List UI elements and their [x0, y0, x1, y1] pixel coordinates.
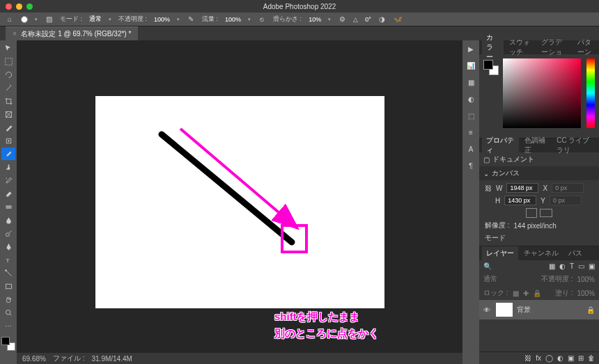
mode-label: モード: [485, 233, 506, 243]
document-canvas[interactable]: [95, 96, 384, 308]
tab-channels[interactable]: チャンネル: [520, 246, 563, 260]
fg-color-swatch[interactable]: [483, 60, 493, 70]
brush-tool[interactable]: [1, 148, 15, 160]
fill-value[interactable]: 100%: [577, 290, 595, 297]
layer-name[interactable]: 背景: [517, 305, 531, 315]
foreground-color-swatch[interactable]: [1, 337, 10, 345]
navigator-icon[interactable]: ▦: [465, 77, 476, 88]
brush-panel-icon[interactable]: ▨: [45, 15, 53, 24]
filter-adjust-icon[interactable]: ◐: [559, 262, 566, 270]
document-tab[interactable]: × 名称未設定 1 @ 69.7% (RGB/32*) *: [6, 26, 138, 41]
flow-value[interactable]: 100%: [225, 16, 241, 23]
resolution-value[interactable]: 144 pixel/inch: [514, 222, 557, 230]
landscape-icon[interactable]: [540, 209, 552, 217]
airbrush-icon[interactable]: ⎋: [258, 15, 266, 24]
smooth-options-icon[interactable]: ⚙: [338, 15, 346, 24]
tab-layers[interactable]: レイヤー: [482, 246, 518, 260]
group-icon[interactable]: ▣: [568, 354, 574, 362]
symmetry-icon[interactable]: 🦋: [394, 15, 402, 24]
chevron-down-icon[interactable]: ▾: [248, 17, 251, 22]
lock-pixels-icon[interactable]: ▦: [513, 290, 519, 297]
rectangle-tool[interactable]: [1, 280, 15, 292]
lasso-tool[interactable]: [1, 68, 15, 81]
character-icon[interactable]: A: [465, 143, 476, 155]
link-layers-icon[interactable]: ⛓: [524, 354, 531, 362]
smooth-value[interactable]: 10%: [309, 16, 321, 23]
marquee-tool[interactable]: [1, 55, 15, 68]
tab-paths[interactable]: パス: [564, 246, 586, 260]
crop-tool[interactable]: [1, 95, 15, 107]
lock-all-icon[interactable]: 🔒: [533, 290, 541, 297]
canvas-area[interactable]: shiftを押したまま 別のところに点をかく 69.68% ファイル : 31.…: [17, 40, 462, 364]
collapsed-panels: ▶ 📊 ▦ ◐ ⬚ ≡ A ¶: [462, 40, 479, 364]
move-tool[interactable]: [1, 42, 15, 54]
y-input[interactable]: 0 px: [550, 196, 582, 205]
pen-tool[interactable]: [1, 240, 15, 253]
adjustment-layer-icon[interactable]: ◐: [557, 354, 563, 362]
saturation-value-field[interactable]: [503, 58, 581, 128]
eraser-tool[interactable]: [1, 187, 15, 200]
visibility-icon[interactable]: 👁: [483, 306, 492, 314]
home-icon[interactable]: ⌂: [6, 15, 14, 24]
align-icon[interactable]: ≡: [465, 127, 476, 138]
minimize-window-button[interactable]: [16, 3, 22, 10]
height-input[interactable]: 1430 px: [504, 196, 536, 205]
filter-pixel-icon[interactable]: ▦: [549, 262, 555, 270]
styles-icon[interactable]: ⬚: [465, 110, 476, 121]
link-icon[interactable]: ⛓: [485, 184, 492, 192]
dodge-tool[interactable]: [1, 227, 15, 239]
stamp-tool[interactable]: [1, 161, 15, 173]
x-input[interactable]: 0 px: [552, 183, 584, 193]
paragraph-icon[interactable]: ¶: [465, 160, 476, 171]
layer-row[interactable]: 👁 背景 🔒: [479, 300, 599, 319]
zoom-level[interactable]: 69.68%: [22, 355, 46, 363]
maximize-window-button[interactable]: [26, 3, 33, 10]
close-tab-icon[interactable]: ×: [13, 30, 17, 38]
mode-value[interactable]: 通常: [89, 15, 102, 24]
histogram-icon[interactable]: 📊: [465, 60, 476, 71]
wand-tool[interactable]: [1, 81, 15, 94]
pressure-opacity-icon[interactable]: ✎: [187, 15, 195, 24]
type-tool[interactable]: T: [1, 253, 15, 266]
chevron-down-icon[interactable]: ▾: [177, 17, 180, 22]
color-swatches[interactable]: [1, 337, 15, 351]
adjustments-icon[interactable]: ◐: [465, 93, 476, 104]
fx-icon[interactable]: fx: [536, 354, 541, 362]
filter-icon[interactable]: 🔍: [483, 262, 492, 270]
blend-mode[interactable]: 通常: [483, 274, 497, 284]
delete-layer-icon[interactable]: 🗑: [588, 354, 595, 362]
new-layer-icon[interactable]: ⊞: [578, 354, 584, 362]
pressure-size-icon[interactable]: ◑: [378, 15, 387, 24]
edit-toolbar-icon[interactable]: ⋯: [1, 319, 15, 332]
blur-tool[interactable]: [1, 214, 15, 226]
close-window-button[interactable]: [6, 3, 12, 10]
layer-opacity-value[interactable]: 100%: [577, 276, 595, 283]
expand-arrow-icon[interactable]: ▶: [465, 43, 476, 54]
chevron-down-icon[interactable]: ▾: [328, 17, 331, 22]
patch-tool[interactable]: [1, 134, 15, 147]
hue-slider[interactable]: [586, 58, 595, 128]
hand-tool[interactable]: [1, 293, 15, 306]
chevron-down-icon[interactable]: ▾: [109, 17, 111, 22]
color-picker[interactable]: [479, 54, 599, 138]
angle-value[interactable]: 0°: [365, 16, 371, 23]
layer-thumbnail[interactable]: [496, 303, 513, 317]
lock-icon[interactable]: 🔒: [586, 306, 595, 314]
eyedropper-tool[interactable]: [1, 121, 15, 134]
frame-tool[interactable]: [1, 108, 15, 120]
mask-icon[interactable]: ◯: [545, 354, 553, 362]
brush-dropdown-icon[interactable]: ▾: [35, 17, 38, 22]
opacity-value[interactable]: 100%: [154, 16, 170, 23]
filter-shape-icon[interactable]: ▭: [578, 262, 584, 270]
canvas-section-header[interactable]: ⌄ カンバス: [479, 166, 599, 180]
brush-preview[interactable]: [21, 16, 28, 23]
portrait-icon[interactable]: [526, 208, 537, 218]
width-input[interactable]: 1948 px: [506, 183, 538, 193]
gradient-tool[interactable]: [1, 200, 15, 213]
zoom-tool[interactable]: [1, 306, 15, 319]
path-tool[interactable]: [1, 267, 15, 279]
filter-smart-icon[interactable]: ▣: [589, 262, 595, 270]
lock-position-icon[interactable]: ✚: [523, 290, 529, 297]
filter-type-icon[interactable]: T: [570, 262, 574, 270]
history-brush-tool[interactable]: [1, 174, 15, 187]
